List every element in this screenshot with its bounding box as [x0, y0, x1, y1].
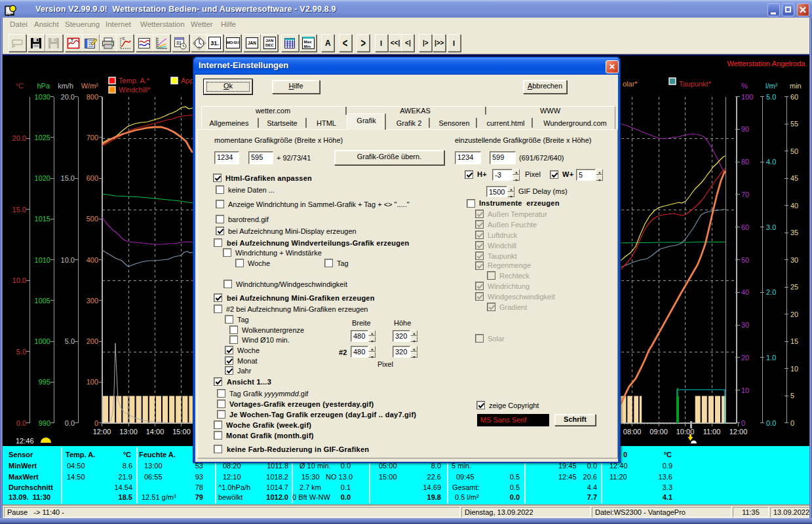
svg-text:800: 800: [87, 93, 98, 101]
svg-text:09:00: 09:00: [649, 428, 668, 436]
svg-text:Taupunkt*: Taupunkt*: [679, 80, 712, 88]
svg-text:Temp. A.*: Temp. A.*: [119, 77, 150, 84]
svg-text:20: 20: [790, 310, 798, 318]
svg-text:600: 600: [87, 174, 98, 182]
svg-text:300: 300: [87, 297, 98, 305]
svg-text:15.0: 15.0: [61, 174, 75, 182]
svg-text:60: 60: [790, 93, 798, 101]
svg-text:45: 45: [790, 174, 798, 182]
svg-text:1005: 1005: [35, 297, 50, 305]
svg-text:5.0: 5.0: [65, 337, 75, 345]
svg-text:km/h: km/h: [58, 82, 73, 90]
svg-text:1015: 1015: [35, 215, 50, 223]
svg-text:15: 15: [790, 337, 798, 345]
svg-text:700: 700: [87, 134, 98, 141]
svg-text:1000: 1000: [35, 337, 50, 345]
svg-text:0: 0: [94, 419, 98, 427]
svg-text:20: 20: [741, 354, 749, 362]
svg-text:1030: 1030: [35, 93, 50, 101]
svg-text:90: 90: [741, 125, 749, 133]
svg-text:3.0: 3.0: [766, 223, 776, 231]
svg-text:12:46: 12:46: [16, 437, 34, 445]
svg-text:olar*: olar*: [623, 80, 638, 88]
svg-text:20.0: 20.0: [12, 134, 26, 142]
svg-text:70: 70: [741, 191, 749, 198]
svg-text:5: 5: [790, 392, 794, 400]
svg-text:0.0: 0.0: [16, 419, 26, 427]
svg-text:12:00: 12:00: [93, 428, 111, 436]
svg-text:500: 500: [87, 215, 98, 223]
svg-text:20.0: 20.0: [61, 93, 75, 101]
svg-text:995: 995: [39, 378, 50, 386]
svg-text:0: 0: [790, 419, 794, 427]
svg-text:%: %: [741, 82, 748, 90]
svg-text:11:00: 11:00: [703, 428, 721, 436]
svg-text:0: 0: [741, 419, 745, 427]
svg-text:4.0: 4.0: [766, 158, 776, 166]
svg-text:Wetterstation Angelroda: Wetterstation Angelroda: [727, 60, 805, 67]
svg-text:30: 30: [741, 321, 749, 329]
svg-text:35: 35: [790, 229, 798, 236]
svg-text:10: 10: [741, 386, 749, 394]
svg-text:min: min: [790, 82, 802, 90]
svg-text:10.0: 10.0: [61, 256, 75, 264]
svg-text:5.0: 5.0: [766, 93, 776, 101]
svg-text:10: 10: [790, 365, 798, 373]
svg-text:°C: °C: [16, 82, 24, 90]
svg-text:°C: °C: [121, 37, 125, 41]
svg-text:0.0: 0.0: [766, 419, 776, 427]
svg-text:1010: 1010: [35, 256, 50, 264]
svg-text:12:00: 12:00: [729, 428, 748, 436]
svg-text:13:00: 13:00: [119, 428, 138, 436]
svg-text:990: 990: [39, 419, 50, 427]
svg-text:25: 25: [790, 283, 798, 291]
svg-text:hPa: hPa: [37, 82, 50, 90]
svg-text:10:00: 10:00: [676, 428, 695, 436]
svg-text:400: 400: [87, 256, 98, 264]
svg-text:Windchill*: Windchill*: [119, 86, 151, 94]
svg-text:200: 200: [87, 337, 98, 345]
svg-text:50: 50: [741, 256, 749, 264]
svg-text:15.0: 15.0: [12, 206, 26, 214]
svg-text:100: 100: [87, 378, 98, 386]
svg-text:30: 30: [790, 256, 798, 264]
svg-text:1020: 1020: [35, 174, 50, 182]
svg-text:100: 100: [741, 93, 753, 101]
svg-text:W/m²: W/m²: [81, 82, 99, 90]
svg-text:40: 40: [741, 288, 749, 296]
svg-text:14:00: 14:00: [146, 428, 164, 436]
svg-text:10.0: 10.0: [12, 276, 26, 284]
svg-text:l/m²: l/m²: [765, 82, 778, 90]
svg-text:08:00: 08:00: [623, 428, 642, 436]
svg-text:40: 40: [790, 202, 798, 210]
svg-text:5.0: 5.0: [16, 348, 26, 356]
svg-text:15:00: 15:00: [172, 428, 191, 436]
svg-text:50: 50: [790, 147, 798, 155]
svg-text:2.0: 2.0: [766, 288, 776, 296]
svg-text:1025: 1025: [35, 134, 50, 141]
svg-text:80: 80: [741, 158, 749, 166]
svg-text:55: 55: [790, 120, 798, 128]
svg-text:0.0: 0.0: [65, 419, 75, 427]
svg-text:1.0: 1.0: [766, 354, 776, 362]
svg-text:60: 60: [741, 223, 749, 231]
